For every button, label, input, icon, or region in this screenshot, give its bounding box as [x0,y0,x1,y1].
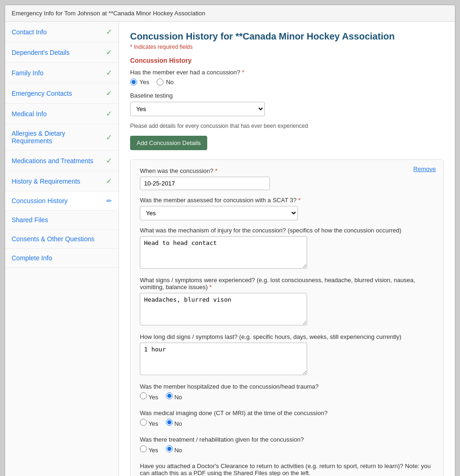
sidebar-item-label: Emergency Contacts [12,90,72,97]
sidebar-item-family-info[interactable]: Family Info✓ [5,63,118,83]
scat-label: Was the member assessed for concussion w… [140,197,434,204]
sidebar-item-label: Consents & Other Questions [12,235,94,243]
mechanism-label: What was the mechanism of injury for the… [140,227,434,234]
concussion-yes-option[interactable]: Yes [130,79,149,86]
treatment-label: Was there treatment / rehabilitation giv… [140,436,434,443]
hospitalized-yes-option[interactable]: Yes [140,392,158,401]
baseline-testing-section: Baseline testing Yes No [130,92,444,116]
required-note: * Indicates required fields [130,44,444,50]
check-icon: ✓ [106,68,112,77]
check-icon: ✓ [106,156,112,165]
concussion-question-label: Has the member ever had a concussion? * [130,69,444,76]
scat-field: Was the member assessed for concussion w… [140,197,434,220]
mechanism-textarea[interactable]: Head to head contact [140,236,307,269]
duration-label: How long did signs / symptoms last? (e.g… [140,333,434,340]
sidebar-item-label: Contact Info [12,28,47,36]
scat-select[interactable]: Yes No [140,206,298,220]
sidebar-item-medications-treatments[interactable]: Medications and Treatments✓ [5,151,118,171]
sidebar-item-consents-questions[interactable]: Consents & Other Questions [5,230,118,249]
sidebar-item-complete-info[interactable]: Complete Info [5,249,118,268]
imaging-yes-radio[interactable] [140,419,147,426]
sidebar-item-contact-info[interactable]: Contact Info✓ [5,22,118,42]
concussion-no-option[interactable]: No [157,79,174,86]
hospitalized-no-radio[interactable] [166,392,173,399]
sidebar-item-history-requirements[interactable]: History & Requirements✓ [5,171,118,192]
imaging-field: Was medical imaging done (CT or MRI) at … [140,410,434,430]
sidebar-item-allergies-dietary[interactable]: Allergies & Dietary Requirements✓ [5,124,118,151]
hospitalized-radio-group: Yes No [140,392,434,403]
imaging-yes-option[interactable]: Yes [140,419,158,427]
section-title: Concussion History [130,57,444,64]
sidebar-item-label: Allergies & Dietary Requirements [12,130,106,145]
sidebar-item-label: Dependent's Details [12,49,70,56]
sidebar-item-medical-info[interactable]: Medical Info✓ [5,104,118,124]
imaging-no-radio[interactable] [166,419,173,426]
sidebar-item-concussion-history[interactable]: Concussion History✏ [5,192,118,211]
sidebar-item-shared-files[interactable]: Shared Files [5,211,118,230]
add-details-note: Please add details for every concussion … [130,123,444,129]
sidebar-item-label: Family Info [12,69,43,77]
sidebar-item-dependents-details[interactable]: Dependent's Details✓ [5,42,118,63]
treatment-no-option[interactable]: No [166,445,182,454]
check-icon: ✓ [106,89,112,98]
page-title: Concussion History for **Canada Minor Ho… [130,31,444,42]
hospitalized-label: Was the member hospitalized due to the c… [140,383,434,390]
clearance-label: Have you attached a Doctor's Clearance t… [140,463,434,476]
sidebar-item-label: Concussion History [12,197,68,205]
edit-icon: ✏ [106,197,112,205]
when-concussion-field: When was the concussion? * [140,167,434,190]
app-window: Emergency Info for Tom Johnson at **Cana… [5,5,455,476]
check-icon: ✓ [106,48,112,57]
concussion-details-box: Remove When was the concussion? * Was th… [130,159,444,476]
sidebar-item-label: History & Requirements [12,178,80,185]
concussion-question-section: Has the member ever had a concussion? * … [130,69,444,86]
sidebar: Contact Info✓Dependent's Details✓Family … [5,22,119,476]
treatment-no-radio[interactable] [166,445,173,452]
symptoms-textarea[interactable]: Headaches, blurred vison [140,293,307,325]
remove-link[interactable]: Remove [414,165,436,172]
check-icon: ✓ [106,27,112,36]
when-concussion-label: When was the concussion? * [140,167,434,174]
sidebar-item-label: Complete Info [12,254,52,262]
add-concussion-details-button[interactable]: Add Concussion Details [130,136,207,150]
clearance-field: Have you attached a Doctor's Clearance t… [140,463,434,476]
hospitalized-field: Was the member hospitalized due to the c… [140,383,434,403]
imaging-radio-group: Yes No [140,419,434,430]
treatment-radio-group: Yes No [140,445,434,456]
check-icon: ✓ [106,133,112,142]
window-title: Emergency Info for Tom Johnson at **Cana… [12,10,205,17]
imaging-label: Was medical imaging done (CT or MRI) at … [140,410,434,416]
baseline-testing-select[interactable]: Yes No [130,102,265,116]
symptoms-label: What signs / symptoms were experienced? … [140,277,434,291]
check-icon: ✓ [106,109,112,118]
duration-textarea[interactable]: 1 hour [140,343,307,375]
main-content: Concussion History for **Canada Minor Ho… [119,22,455,476]
treatment-yes-radio[interactable] [140,445,147,452]
sidebar-item-label: Shared Files [12,216,48,224]
treatment-yes-option[interactable]: Yes [140,445,158,454]
imaging-no-option[interactable]: No [166,419,182,427]
duration-field: How long did signs / symptoms last? (e.g… [140,333,434,377]
treatment-field: Was there treatment / rehabilitation giv… [140,436,434,456]
concussion-yes-radio[interactable] [130,79,137,86]
mechanism-field: What was the mechanism of injury for the… [140,227,434,270]
concussion-no-radio[interactable] [157,79,164,86]
hospitalized-yes-radio[interactable] [140,392,147,399]
sidebar-item-emergency-contacts[interactable]: Emergency Contacts✓ [5,83,118,104]
sidebar-item-label: Medications and Treatments [12,157,93,165]
hospitalized-no-option[interactable]: No [166,392,182,401]
check-icon: ✓ [106,177,112,185]
concussion-radio-group: Yes No [130,79,444,86]
symptoms-field: What signs / symptoms were experienced? … [140,277,434,327]
window-header: Emergency Info for Tom Johnson at **Cana… [5,5,455,22]
baseline-testing-label: Baseline testing [130,92,444,99]
when-concussion-input[interactable] [140,177,270,190]
sidebar-item-label: Medical Info [12,110,46,118]
